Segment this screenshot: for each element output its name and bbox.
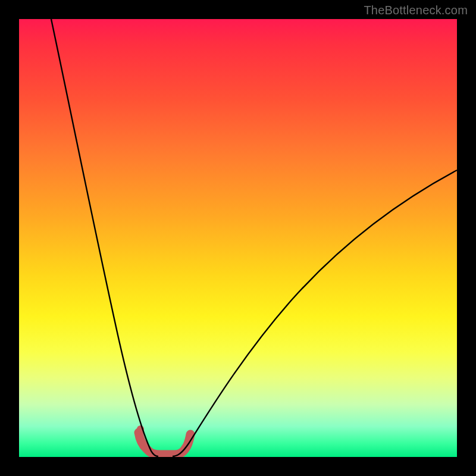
plot-area [19, 19, 457, 457]
chart-frame: TheBottleneck.com [0, 0, 476, 476]
curve-layer [19, 19, 457, 457]
left-branch-curve [51, 19, 158, 456]
right-branch-curve [173, 170, 457, 456]
watermark-text: TheBottleneck.com [364, 4, 468, 17]
